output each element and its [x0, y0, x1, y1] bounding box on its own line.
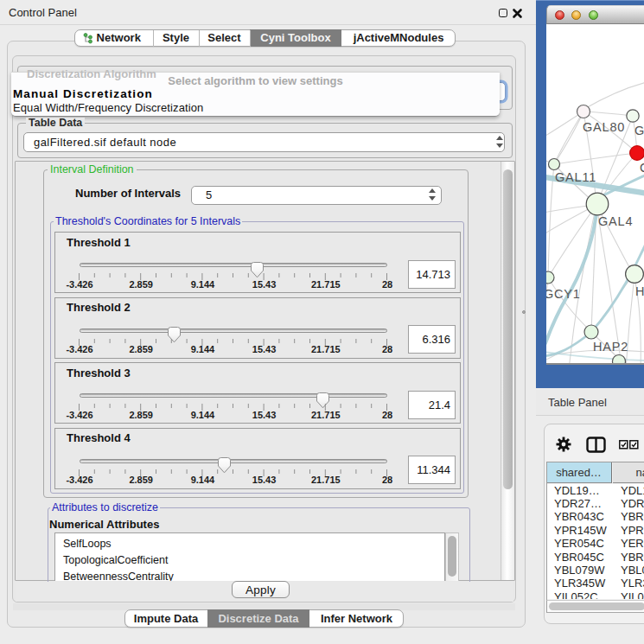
svg-text:GAL11: GAL11 [555, 170, 596, 184]
svg-text:GAL80: GAL80 [583, 120, 625, 134]
svg-text:HAP2: HAP2 [593, 340, 628, 354]
svg-text:GCY1: GCY1 [546, 287, 581, 301]
svg-text:GA: GA [634, 124, 644, 137]
svg-text:GAL4: GAL4 [598, 214, 633, 228]
svg-text:H: H [635, 284, 644, 298]
svg-text:C: C [640, 161, 644, 175]
